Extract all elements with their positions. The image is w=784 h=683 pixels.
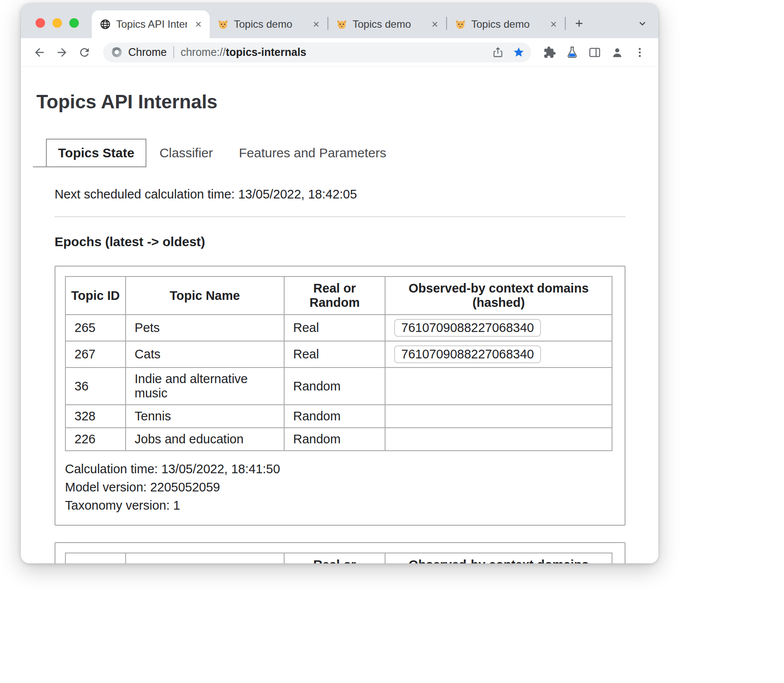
window-controls — [36, 18, 79, 28]
epoch-section: Topic IDTopic NameReal or RandomObserved… — [55, 266, 625, 526]
tab-title: Topics demo — [234, 18, 305, 30]
column-header: Real or Random — [284, 276, 385, 315]
tab-strip: Topics API Internals Topics demo Topics … — [21, 3, 658, 38]
epochs-container: Topic IDTopic NameReal or RandomObserved… — [55, 266, 625, 563]
epoch-meta-line: Calculation time: 13/05/2022, 18:41:50 — [65, 460, 612, 478]
tab-classifier[interactable]: Classifier — [146, 139, 226, 167]
side-panel-icon[interactable] — [586, 43, 604, 62]
observed-domains-cell: 7610709088227068340 — [385, 341, 612, 368]
browser-tab-topics-internals[interactable]: Topics API Internals — [92, 10, 210, 38]
url-scheme-text: chrome:// — [181, 46, 226, 59]
back-button[interactable] — [30, 43, 49, 62]
page-content: Topics API Internals Topics State Classi… — [21, 67, 658, 563]
next-calculation-time: Next scheduled calculation time: 13/05/2… — [55, 187, 625, 202]
close-tab-icon[interactable] — [429, 18, 441, 30]
table-header-row: Topic IDTopic NameReal or RandomObserved… — [65, 276, 612, 315]
column-header: Observed-by context domains (hashed) — [385, 276, 612, 315]
extensions-puzzle-icon[interactable] — [541, 43, 559, 62]
topic-row: 328TennisRandom — [65, 405, 612, 428]
cat-favicon-icon — [455, 19, 466, 30]
new-tab-button[interactable] — [570, 14, 588, 33]
browser-toolbar: Chrome chrome://topics-internals — [21, 38, 658, 67]
menu-dots-icon[interactable] — [631, 43, 649, 62]
bookmark-star-icon[interactable] — [510, 44, 527, 61]
cat-favicon-icon — [217, 19, 229, 30]
epochs-heading: Epochs (latest -> oldest) — [55, 234, 625, 249]
column-header: Observed-by context domains (hashed) — [385, 553, 612, 563]
chrome-labs-flask-icon[interactable] — [563, 43, 581, 62]
page-tab-bar: Topics State Classifier Features and Par… — [33, 139, 641, 167]
real-or-random-cell: Random — [284, 368, 385, 405]
column-header: Topic ID — [65, 553, 126, 563]
topic-id-cell: 265 — [65, 315, 126, 341]
epoch-section: Topic IDTopic NameReal or RandomObserved… — [55, 542, 625, 563]
maximize-window-button[interactable] — [69, 18, 79, 28]
tab-title: Topics demo — [471, 18, 542, 30]
real-or-random-cell: Random — [284, 428, 385, 451]
close-tab-icon[interactable] — [192, 18, 204, 30]
observed-domains-cell: 7610709088227068340 — [385, 315, 612, 341]
reload-button[interactable] — [75, 43, 94, 62]
omnibox-brand-label: Chrome — [128, 46, 167, 59]
topic-id-cell: 226 — [65, 428, 126, 451]
topic-name-cell: Indie and alternative music — [126, 368, 284, 405]
topic-id-cell: 36 — [65, 368, 126, 405]
minimize-window-button[interactable] — [52, 18, 62, 28]
epoch-meta: Calculation time: 13/05/2022, 18:41:50Mo… — [65, 460, 612, 514]
epoch-topics-table: Topic IDTopic NameReal or RandomObserved… — [65, 276, 612, 451]
column-header: Topic Name — [126, 553, 284, 563]
topic-name-cell: Jobs and education — [126, 428, 284, 451]
hashed-domain-value[interactable]: 7610709088227068340 — [394, 319, 541, 337]
omnibox-separator — [173, 46, 174, 58]
epoch-meta-line: Model version: 2205052059 — [65, 478, 612, 496]
column-header: Real or Random — [284, 553, 385, 563]
address-bar[interactable]: Chrome chrome://topics-internals — [103, 42, 531, 62]
forward-button[interactable] — [53, 43, 71, 62]
tab-search-chevron-icon[interactable] — [634, 15, 651, 32]
topic-id-cell: 328 — [65, 405, 126, 428]
share-icon[interactable] — [489, 44, 506, 61]
epoch-topics-table: Topic IDTopic NameReal or RandomObserved… — [65, 553, 612, 563]
column-header: Topic ID — [65, 276, 126, 315]
browser-tab-topics-demo-1[interactable]: Topics demo — [210, 10, 327, 38]
tab-features-and-parameters[interactable]: Features and Parameters — [226, 139, 399, 167]
cat-favicon-icon — [336, 19, 347, 30]
observed-domains-cell — [385, 405, 612, 428]
table-header-row: Topic IDTopic NameReal or RandomObserved… — [65, 553, 612, 563]
chrome-logo-icon — [111, 46, 123, 58]
topic-row: 36Indie and alternative musicRandom — [65, 368, 612, 405]
tab-title: Topics API Internals — [116, 18, 187, 30]
real-or-random-cell: Random — [284, 405, 385, 428]
topic-row: 226Jobs and educationRandom — [65, 428, 612, 451]
close-window-button[interactable] — [36, 18, 45, 28]
topic-name-cell: Pets — [126, 315, 284, 341]
close-tab-icon[interactable] — [310, 18, 322, 30]
hashed-domain-value[interactable]: 7610709088227068340 — [394, 345, 541, 363]
globe-favicon-icon — [100, 19, 111, 30]
profile-avatar-icon[interactable] — [608, 43, 626, 62]
browser-tab-topics-demo-2[interactable]: Topics demo — [328, 10, 446, 38]
topics-state-panel: Next scheduled calculation time: 13/05/2… — [55, 187, 625, 563]
topic-id-cell: 267 — [65, 341, 126, 368]
epoch-meta-line: Taxonomy version: 1 — [65, 496, 612, 514]
divider — [55, 216, 625, 217]
page-title: Topics API Internals — [36, 91, 641, 113]
topic-name-cell: Tennis — [126, 405, 284, 428]
observed-domains-cell — [385, 428, 612, 451]
topic-row: 265PetsReal7610709088227068340 — [65, 315, 612, 341]
tab-separator — [565, 17, 566, 30]
close-tab-icon[interactable] — [548, 18, 560, 30]
tab-topics-state[interactable]: Topics State — [46, 139, 146, 167]
browser-window: Topics API Internals Topics demo Topics … — [21, 3, 658, 563]
column-header: Topic Name — [126, 276, 284, 315]
tab-baseline-stub — [33, 139, 46, 167]
browser-tab-topics-demo-3[interactable]: Topics demo — [447, 10, 565, 38]
tab-title: Topics demo — [353, 18, 424, 30]
topic-name-cell: Cats — [126, 341, 284, 368]
observed-domains-cell — [385, 368, 612, 405]
real-or-random-cell: Real — [284, 341, 385, 368]
real-or-random-cell: Real — [284, 315, 385, 341]
url-host-text: topics-internals — [226, 46, 306, 59]
topic-row: 267CatsReal7610709088227068340 — [65, 341, 612, 368]
